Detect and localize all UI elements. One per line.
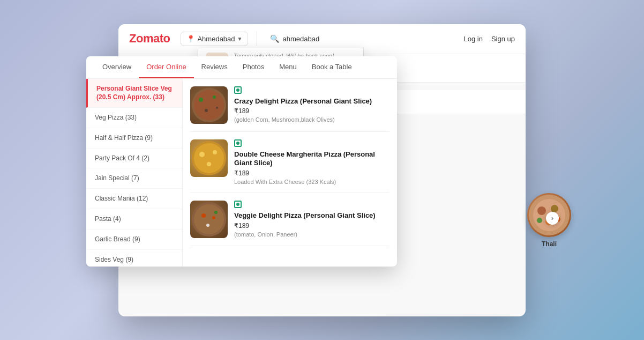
veg-icon-double-cheese	[234, 139, 242, 147]
main-window: Zomato 📍 Ahmedabad ▼ 🔍 Log in Sign up 🏠 …	[118, 24, 526, 316]
modal-menu-content: Crazy Delight Pizza (Personal Giant Slic…	[183, 79, 397, 267]
search-box: 🔍	[266, 32, 457, 46]
sidebar-item-jain-special[interactable]: Jain Special (7)	[86, 168, 182, 189]
thali-label: Thali	[542, 240, 557, 248]
double-cheese-info: Double Cheese Margherita Pizza (Personal…	[234, 139, 390, 186]
veggie-delight-thumb	[190, 201, 228, 238]
svg-point-22	[537, 218, 542, 223]
double-cheese-thumb	[190, 139, 228, 177]
sidebar-item-classic-mania[interactable]: Classic Mania (12)	[86, 189, 182, 209]
svg-point-9	[213, 150, 217, 154]
svg-point-20	[551, 205, 558, 212]
veg-icon-veggie-delight	[234, 201, 242, 208]
login-button[interactable]: Log in	[463, 35, 482, 43]
search-input[interactable]	[282, 35, 453, 43]
veggie-delight-name: Veggie Delight Pizza (Personal Giant Sli…	[234, 211, 390, 220]
svg-point-15	[206, 224, 209, 227]
svg-point-8	[199, 152, 205, 157]
modal-tab-photos[interactable]: Photos	[235, 56, 272, 78]
double-cheese-price: ₹189	[234, 169, 390, 177]
svg-point-19	[537, 206, 546, 215]
sidebar-item-garlic-bread[interactable]: Garlic Bread (9)	[86, 230, 182, 250]
location-pin-icon: 📍	[186, 35, 195, 43]
restaurant-modal: Overview Order Online Reviews Photos Men…	[86, 56, 397, 267]
crazy-delight-price: ₹189	[234, 107, 390, 115]
signup-button[interactable]: Sign up	[491, 35, 515, 43]
svg-point-2	[199, 98, 203, 102]
svg-point-13	[201, 213, 206, 218]
modal-tab-order-online[interactable]: Order Online	[139, 56, 193, 78]
sidebar-item-veg-pizza[interactable]: Veg Pizza (33)	[86, 108, 182, 128]
carousel-next-button[interactable]: ›	[546, 212, 559, 225]
svg-point-4	[205, 109, 208, 112]
modal-nav: Overview Order Online Reviews Photos Men…	[86, 56, 397, 79]
modal-body: Personal Giant Slice Veg (20.5 Cm) Appro…	[86, 79, 397, 267]
navbar: Zomato 📍 Ahmedabad ▼ 🔍 Log in Sign up 🏠 …	[118, 24, 526, 54]
crazy-delight-info: Crazy Delight Pizza (Personal Giant Slic…	[234, 86, 390, 123]
modal-tab-book-table[interactable]: Book a Table	[304, 56, 360, 78]
crazy-delight-name: Crazy Delight Pizza (Personal Giant Slic…	[234, 97, 390, 106]
veggie-delight-price: ₹189	[234, 222, 390, 230]
svg-point-12	[194, 204, 224, 234]
sidebar-item-half-half[interactable]: Half & Half Pizza (9)	[86, 128, 182, 149]
svg-point-14	[212, 216, 215, 219]
menu-item-double-cheese: Double Cheese Margherita Pizza (Personal…	[190, 132, 390, 194]
double-cheese-name: Double Cheese Margherita Pizza (Personal…	[234, 150, 390, 168]
menu-item-crazy-delight: Crazy Delight Pizza (Personal Giant Slic…	[190, 79, 390, 132]
modal-tab-menu[interactable]: Menu	[272, 56, 304, 78]
nav-actions: Log in Sign up	[463, 35, 515, 43]
double-cheese-desc: Loaded With Extra Cheese (323 Kcals)	[234, 179, 390, 185]
location-selector[interactable]: 📍 Ahmedabad ▼	[181, 32, 248, 46]
modal-sidebar: Personal Giant Slice Veg (20.5 Cm) Appro…	[86, 79, 183, 267]
svg-point-5	[216, 107, 218, 109]
sidebar-item-party-pack[interactable]: Party Pack Of 4 (2)	[86, 149, 182, 169]
veggie-delight-desc: (tomato, Onion, Paneer)	[234, 231, 390, 238]
sidebar-item-sides-veg[interactable]: Sides Veg (9)	[86, 250, 182, 267]
svg-point-7	[194, 143, 224, 173]
crazy-delight-thumb	[190, 86, 228, 124]
svg-point-16	[214, 211, 218, 214]
sidebar-item-personal-giant-veg[interactable]: Personal Giant Slice Veg (20.5 Cm) Appro…	[86, 79, 182, 108]
crazy-delight-desc: (golden Corn, Mushroom,black Olives)	[234, 116, 390, 123]
menu-item-veggie-delight: Veggie Delight Pizza (Personal Giant Sli…	[190, 193, 390, 246]
modal-tab-overview[interactable]: Overview	[95, 56, 139, 78]
svg-point-10	[207, 162, 211, 166]
veggie-delight-info: Veggie Delight Pizza (Personal Giant Sli…	[234, 201, 390, 238]
svg-point-3	[213, 95, 216, 99]
logo: Zomato	[129, 32, 170, 46]
nav-divider	[257, 31, 257, 46]
modal-tab-reviews[interactable]: Reviews	[194, 56, 235, 78]
location-text: Ahmedabad	[197, 35, 235, 43]
search-icon: 🔍	[270, 34, 279, 43]
chevron-down-icon: ▼	[237, 36, 243, 42]
veg-icon-crazy-delight	[234, 86, 242, 94]
svg-point-1	[194, 90, 224, 120]
sidebar-item-pasta[interactable]: Pasta (4)	[86, 209, 182, 230]
